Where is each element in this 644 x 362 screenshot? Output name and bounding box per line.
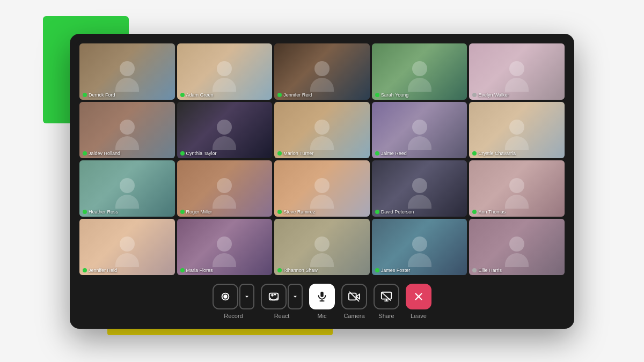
mic-indicator <box>277 210 282 214</box>
participant-video: Sarah Young <box>372 43 467 100</box>
camera-button[interactable] <box>341 284 367 309</box>
mic-button[interactable] <box>309 284 335 309</box>
participant-video: Jaidev Holland <box>79 102 175 158</box>
mic-indicator <box>277 268 282 272</box>
participant-name-label: Jaime Reed <box>375 151 407 156</box>
avatar <box>505 237 529 267</box>
participant-video: Jennifer Reid <box>274 43 370 100</box>
participant-name-label: Ann Thomas <box>472 209 506 215</box>
avatar <box>408 61 431 92</box>
avatar <box>115 120 139 150</box>
avatar <box>115 237 139 267</box>
video-tile: David Peterson <box>372 160 467 217</box>
avatar <box>213 237 236 267</box>
video-tile: Jennifer Reid <box>79 219 175 275</box>
participant-video: Roger Miller <box>177 160 273 217</box>
mic-indicator <box>472 210 477 214</box>
leave-label: Leave <box>411 313 427 319</box>
participant-name-label: Heather Ross <box>83 209 118 215</box>
mic-indicator <box>180 151 185 156</box>
record-group: Record <box>213 284 254 319</box>
participant-name-label: Jaidev Holland <box>83 151 120 156</box>
video-tile: Jaidev Holland <box>79 102 175 158</box>
participant-name-label: Ellie Harris <box>472 268 502 273</box>
participant-video: David Peterson <box>372 160 467 217</box>
participant-video: Steve Ramirez <box>274 160 370 217</box>
react-button[interactable] <box>261 284 287 309</box>
avatar <box>213 61 236 92</box>
mic-group: Mic <box>309 284 335 319</box>
video-tile: Cynthia Taylor <box>177 102 273 158</box>
video-tile: Jaime Reed <box>372 102 467 158</box>
mic-indicator <box>375 93 379 97</box>
participant-video: Ann Thomas <box>469 160 565 217</box>
participant-name-label: Roger Miller <box>180 209 213 215</box>
avatar <box>505 120 529 150</box>
participant-name-label: Jennifer Reid <box>83 268 117 273</box>
participant-video: James Foster <box>372 219 467 275</box>
mic-indicator <box>472 151 477 156</box>
avatar <box>115 178 139 209</box>
mic-indicator <box>83 210 87 214</box>
avatar <box>408 237 431 267</box>
participant-video: Derrick Ford <box>79 43 175 100</box>
control-bar: Record React <box>76 278 568 329</box>
record-button[interactable] <box>213 284 238 309</box>
participant-video: Jennifer Reid <box>79 219 175 275</box>
participant-video: Evelyn Walker <box>469 43 565 100</box>
avatar <box>115 61 139 92</box>
mic-indicator <box>180 93 185 97</box>
participant-name-label: Evelyn Walker <box>472 92 509 98</box>
mic-indicator <box>277 93 282 97</box>
video-tile: Ellie Harris <box>469 219 565 275</box>
record-label: Record <box>224 313 243 319</box>
mic-indicator <box>83 93 87 97</box>
mic-indicator <box>375 210 379 214</box>
react-arrow-button[interactable] <box>288 284 303 309</box>
participant-name-label: Adam Green <box>180 92 214 98</box>
mic-indicator <box>277 151 282 156</box>
leave-button[interactable] <box>406 284 431 309</box>
share-button[interactable] <box>374 284 399 309</box>
react-label: React <box>274 313 290 319</box>
participant-name-label: Derrick Ford <box>83 92 115 98</box>
avatar <box>408 120 431 150</box>
participant-video: Adam Green <box>177 43 273 100</box>
video-tile: Maria Flores <box>177 219 273 275</box>
video-tile: James Foster <box>372 219 467 275</box>
video-tile: Crystle Chavarria <box>469 102 565 158</box>
mic-indicator <box>180 268 185 272</box>
avatar <box>310 61 334 92</box>
laptop-frame: Derrick FordAdam GreenJennifer ReidSarah… <box>70 34 574 329</box>
mic-indicator <box>83 151 87 156</box>
participant-video: Heather Ross <box>79 160 175 217</box>
participant-video: Marion Turner <box>274 102 370 158</box>
avatar <box>408 178 431 209</box>
share-group: Share <box>374 284 399 319</box>
mic-label: Mic <box>317 313 326 319</box>
participant-video: Jaime Reed <box>372 102 467 158</box>
participant-name-label: James Foster <box>375 268 411 273</box>
participant-video: Rihannon Shaw <box>274 219 370 275</box>
mic-indicator <box>472 93 477 97</box>
video-tile: Rihannon Shaw <box>274 219 370 275</box>
avatar <box>505 61 529 92</box>
react-group: React <box>261 284 303 319</box>
participant-name-label: Rihannon Shaw <box>277 268 318 273</box>
video-tile: Adam Green <box>177 43 273 100</box>
participant-name-label: Maria Flores <box>180 268 213 273</box>
video-tile: Evelyn Walker <box>469 43 565 100</box>
leave-group: Leave <box>406 284 431 319</box>
participant-video: Ellie Harris <box>469 219 565 275</box>
video-tile: Jennifer Reid <box>274 43 370 100</box>
participant-video: Cynthia Taylor <box>177 102 273 158</box>
mic-indicator <box>83 268 87 272</box>
video-area: Derrick FordAdam GreenJennifer ReidSarah… <box>76 40 568 278</box>
share-label: Share <box>378 313 394 319</box>
participant-name-label: Crystle Chavarria <box>472 151 516 156</box>
mic-indicator <box>375 268 379 272</box>
video-tile: Roger Miller <box>177 160 273 217</box>
record-arrow-button[interactable] <box>239 284 254 309</box>
video-tile: Steve Ramirez <box>274 160 370 217</box>
participant-name-label: Steve Ramirez <box>277 209 315 215</box>
